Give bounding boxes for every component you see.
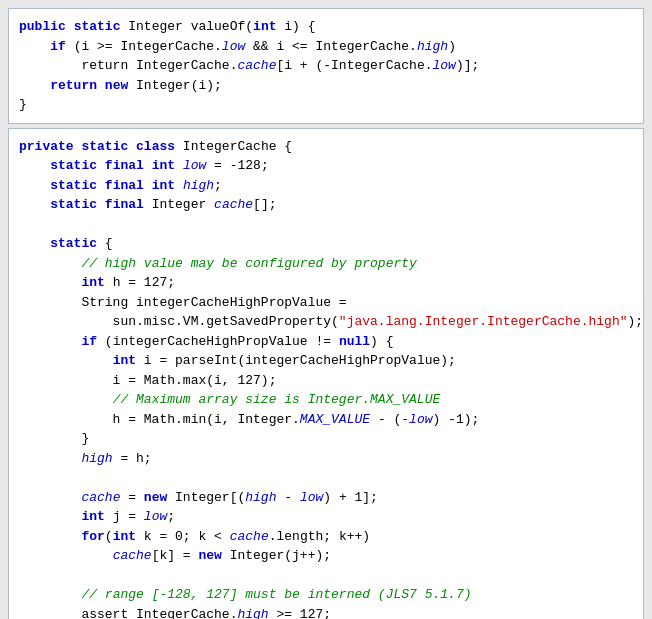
code-token bbox=[97, 158, 105, 173]
code-block-2: private static class IntegerCache { stat… bbox=[8, 128, 644, 620]
code-token: final bbox=[105, 158, 144, 173]
code-token bbox=[19, 509, 81, 524]
code-token: h = Math.min(i, Integer. bbox=[19, 412, 300, 427]
code-line: // high value may be configured by prope… bbox=[19, 254, 633, 274]
code-line: high = h; bbox=[19, 449, 633, 469]
code-token: public bbox=[19, 19, 66, 34]
code-token: MAX_VALUE bbox=[300, 412, 370, 427]
code-token: null bbox=[339, 334, 370, 349]
code-token: low bbox=[222, 39, 245, 54]
code-token: Integer(i); bbox=[128, 78, 222, 93]
code-token: static bbox=[50, 236, 97, 251]
code-token: int bbox=[113, 353, 136, 368]
code-token: - bbox=[276, 490, 299, 505]
code-token: i) { bbox=[276, 19, 315, 34]
code-line: // Maximum array size is Integer.MAX_VAL… bbox=[19, 390, 633, 410]
code-token bbox=[19, 353, 113, 368]
code-token: Integer(j++); bbox=[222, 548, 331, 563]
code-line: if (integerCacheHighPropValue != null) { bbox=[19, 332, 633, 352]
code-token: high bbox=[245, 490, 276, 505]
code-line bbox=[19, 566, 633, 586]
code-token: [k] = bbox=[152, 548, 199, 563]
code-token: low bbox=[409, 412, 432, 427]
code-token: = -128; bbox=[206, 158, 268, 173]
code-token: ) bbox=[448, 39, 456, 54]
code-token: i = parseInt(integerCacheHighPropValue); bbox=[136, 353, 456, 368]
code-token bbox=[19, 39, 50, 54]
code-token: low bbox=[144, 509, 167, 524]
code-block-2-lines: private static class IntegerCache { stat… bbox=[19, 137, 633, 620]
code-token: low bbox=[183, 158, 206, 173]
code-line bbox=[19, 468, 633, 488]
code-line: cache = new Integer[(high - low) + 1]; bbox=[19, 488, 633, 508]
code-token bbox=[19, 490, 81, 505]
code-line: int h = 127; bbox=[19, 273, 633, 293]
code-token: h = 127; bbox=[105, 275, 175, 290]
code-token: ; bbox=[214, 178, 222, 193]
code-token: int bbox=[81, 275, 104, 290]
code-line: static final Integer cache[]; bbox=[19, 195, 633, 215]
code-token: (integerCacheHighPropValue != bbox=[97, 334, 339, 349]
code-token bbox=[19, 451, 81, 466]
code-line: String integerCacheHighPropValue = bbox=[19, 293, 633, 313]
code-token bbox=[19, 158, 50, 173]
code-token: >= 127; bbox=[269, 607, 331, 620]
code-token: int bbox=[113, 529, 136, 544]
code-token bbox=[19, 548, 113, 563]
code-token: "java.lang.Integer.IntegerCache.high" bbox=[339, 314, 628, 329]
code-token bbox=[19, 587, 81, 602]
code-token: - (- bbox=[370, 412, 409, 427]
code-line: assert IntegerCache.high >= 127; bbox=[19, 605, 633, 620]
code-token: low bbox=[432, 58, 455, 73]
code-token: new bbox=[198, 548, 221, 563]
code-token: (i >= IntegerCache. bbox=[66, 39, 222, 54]
code-token: String integerCacheHighPropValue = bbox=[19, 295, 347, 310]
code-line: } bbox=[19, 429, 633, 449]
code-token: cache bbox=[214, 197, 253, 212]
code-token: Integer[( bbox=[167, 490, 245, 505]
code-token: ) -1); bbox=[433, 412, 480, 427]
code-token: high bbox=[417, 39, 448, 54]
code-token bbox=[66, 19, 74, 34]
code-token: if bbox=[50, 39, 66, 54]
code-token: for bbox=[81, 529, 104, 544]
code-token: [i + (-IntegerCache. bbox=[276, 58, 432, 73]
code-line: cache[k] = new Integer(j++); bbox=[19, 546, 633, 566]
code-token: static bbox=[50, 197, 97, 212]
code-token: // Maximum array size is Integer.MAX_VAL… bbox=[113, 392, 441, 407]
code-token: return bbox=[50, 78, 97, 93]
code-token bbox=[175, 158, 183, 173]
code-token: low bbox=[300, 490, 323, 505]
code-token: k = 0; k < bbox=[136, 529, 230, 544]
code-line: h = Math.min(i, Integer.MAX_VALUE - (-lo… bbox=[19, 410, 633, 430]
code-token bbox=[144, 178, 152, 193]
code-token: Integer bbox=[144, 197, 214, 212]
code-line: static final int low = -128; bbox=[19, 156, 633, 176]
code-line: return new Integer(i); bbox=[19, 76, 633, 96]
code-container: public static Integer valueOf(int i) { i… bbox=[0, 0, 652, 619]
code-token: cache bbox=[81, 490, 120, 505]
code-line: public static Integer valueOf(int i) { bbox=[19, 17, 633, 37]
code-token bbox=[19, 392, 113, 407]
code-token: return IntegerCache. bbox=[19, 58, 237, 73]
code-line: static { bbox=[19, 234, 633, 254]
code-line: private static class IntegerCache { bbox=[19, 137, 633, 157]
code-token bbox=[144, 158, 152, 173]
code-token: high bbox=[81, 451, 112, 466]
code-token: new bbox=[144, 490, 167, 505]
code-token: high bbox=[237, 607, 268, 620]
code-token: valueOf( bbox=[183, 19, 253, 34]
code-token: ); bbox=[628, 314, 644, 329]
code-token: ) { bbox=[370, 334, 393, 349]
code-token: ( bbox=[105, 529, 113, 544]
code-token: ; bbox=[167, 509, 175, 524]
code-token bbox=[97, 197, 105, 212]
code-token: && i <= IntegerCache. bbox=[245, 39, 417, 54]
code-token: int bbox=[253, 19, 276, 34]
code-line: int j = low; bbox=[19, 507, 633, 527]
code-token: high bbox=[183, 178, 214, 193]
code-token: final bbox=[105, 178, 144, 193]
code-token: cache bbox=[230, 529, 269, 544]
code-token: cache bbox=[113, 548, 152, 563]
code-token: static bbox=[81, 139, 128, 154]
